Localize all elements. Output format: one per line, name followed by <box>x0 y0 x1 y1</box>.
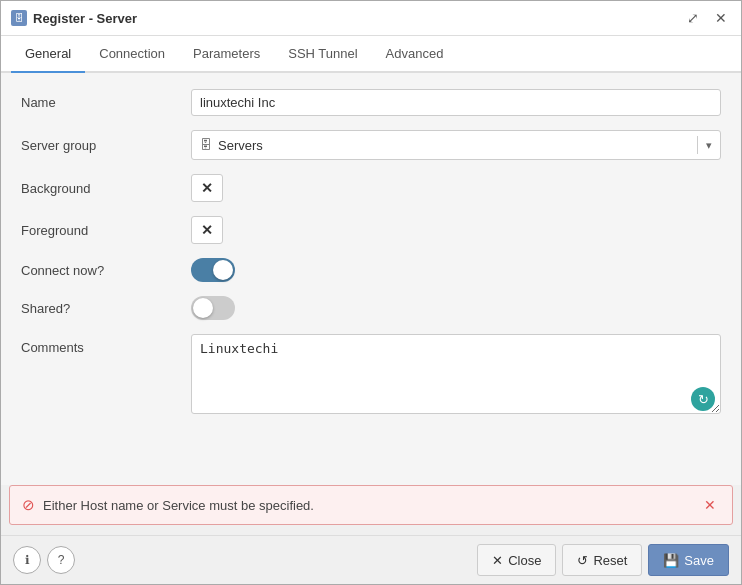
comments-refresh-button[interactable]: ↻ <box>691 387 715 411</box>
tab-general[interactable]: General <box>11 36 85 73</box>
tab-bar: General Connection Parameters SSH Tunnel… <box>1 36 741 73</box>
error-icon: ⊘ <box>22 496 35 514</box>
form-content: Name Server group 🗄 Servers ▾ Background… <box>1 73 741 485</box>
reset-icon: ↺ <box>577 553 588 568</box>
comments-label: Comments <box>21 334 191 355</box>
server-group-row: Server group 🗄 Servers ▾ <box>21 130 721 160</box>
server-icon: 🗄 <box>11 10 27 26</box>
name-row: Name <box>21 89 721 116</box>
comments-textarea[interactable]: Linuxtechi <box>191 334 721 414</box>
register-server-dialog: 🗄 Register - Server ⤢ ✕ General Connecti… <box>0 0 742 585</box>
background-color-button[interactable]: ✕ <box>191 174 223 202</box>
name-label: Name <box>21 95 191 110</box>
comments-row: Comments Linuxtechi ↻ <box>21 334 721 417</box>
server-group-value: Servers <box>218 138 689 153</box>
foreground-color-button[interactable]: ✕ <box>191 216 223 244</box>
info-button[interactable]: ℹ <box>13 546 41 574</box>
comments-control: Linuxtechi ↻ <box>191 334 721 417</box>
toggle-thumb-off <box>193 298 213 318</box>
tab-advanced[interactable]: Advanced <box>372 36 458 73</box>
foreground-label: Foreground <box>21 223 191 238</box>
tab-parameters[interactable]: Parameters <box>179 36 274 73</box>
maximize-button[interactable]: ⤢ <box>683 9 703 27</box>
comments-wrapper: Linuxtechi ↻ <box>191 334 721 417</box>
title-bar-controls: ⤢ ✕ <box>683 9 731 27</box>
shared-row: Shared? <box>21 296 721 320</box>
server-group-control: 🗄 Servers ▾ <box>191 130 721 160</box>
tab-connection[interactable]: Connection <box>85 36 179 73</box>
server-group-select[interactable]: 🗄 Servers ▾ <box>191 130 721 160</box>
background-label: Background <box>21 181 191 196</box>
title-bar-left: 🗄 Register - Server <box>11 10 137 26</box>
name-input[interactable] <box>191 89 721 116</box>
shared-toggle[interactable] <box>191 296 235 320</box>
connect-now-toggle[interactable] <box>191 258 235 282</box>
tab-ssh-tunnel[interactable]: SSH Tunnel <box>274 36 371 73</box>
footer-left: ℹ ? <box>13 546 75 574</box>
toggle-thumb-on <box>213 260 233 280</box>
dialog-footer: ℹ ? ✕ Close ↺ Reset 💾 Save <box>1 535 741 584</box>
save-button[interactable]: 💾 Save <box>648 544 729 576</box>
close-x-icon: ✕ <box>492 553 503 568</box>
title-bar: 🗄 Register - Server ⤢ ✕ <box>1 1 741 36</box>
server-group-icon: 🗄 <box>200 138 212 152</box>
shared-control <box>191 296 721 320</box>
connect-now-control <box>191 258 721 282</box>
help-icon: ? <box>58 553 65 567</box>
dialog-title: Register - Server <box>33 11 137 26</box>
error-message: Either Host name or Service must be spec… <box>43 498 692 513</box>
close-button[interactable]: ✕ Close <box>477 544 556 576</box>
footer-right: ✕ Close ↺ Reset 💾 Save <box>477 544 729 576</box>
reset-label: Reset <box>593 553 627 568</box>
connect-now-row: Connect now? <box>21 258 721 282</box>
reset-button[interactable]: ↺ Reset <box>562 544 642 576</box>
close-label: Close <box>508 553 541 568</box>
server-group-label: Server group <box>21 138 191 153</box>
shared-label: Shared? <box>21 301 191 316</box>
foreground-control: ✕ <box>191 216 721 244</box>
background-control: ✕ <box>191 174 721 202</box>
background-row: Background ✕ <box>21 174 721 202</box>
error-bar: ⊘ Either Host name or Service must be sp… <box>9 485 733 525</box>
chevron-down-icon: ▾ <box>706 139 712 152</box>
save-icon: 💾 <box>663 553 679 568</box>
help-button[interactable]: ? <box>47 546 75 574</box>
name-control <box>191 89 721 116</box>
dialog-close-button[interactable]: ✕ <box>711 9 731 27</box>
save-label: Save <box>684 553 714 568</box>
error-close-button[interactable]: ✕ <box>700 497 720 513</box>
connect-now-label: Connect now? <box>21 263 191 278</box>
foreground-row: Foreground ✕ <box>21 216 721 244</box>
select-divider <box>697 136 698 154</box>
info-icon: ℹ <box>25 553 30 567</box>
